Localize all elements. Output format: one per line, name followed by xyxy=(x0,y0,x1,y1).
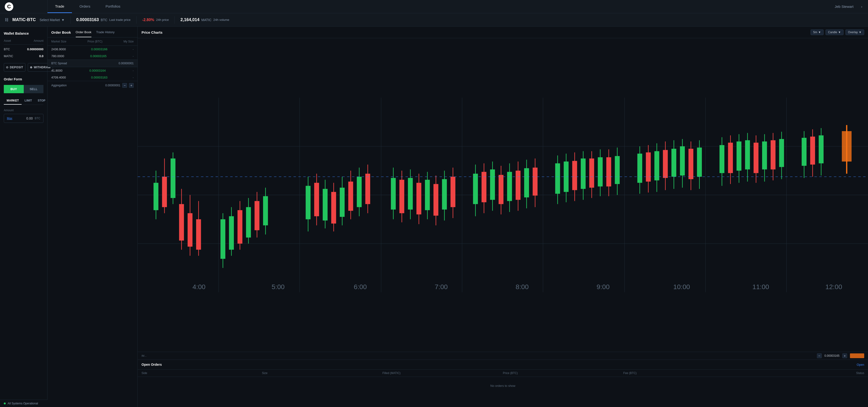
price-change-label: 24h price xyxy=(156,18,169,22)
svg-rect-121 xyxy=(688,149,693,179)
amount-input[interactable]: Max 0.00 BTC xyxy=(4,114,43,123)
overlay-increase-btn[interactable]: + xyxy=(842,353,847,358)
tab-order-book[interactable]: Order Book xyxy=(76,30,91,37)
order-type-market[interactable]: MARKET xyxy=(4,97,22,105)
svg-rect-65 xyxy=(408,178,413,209)
svg-rect-35 xyxy=(229,216,234,250)
volume-info: 2,164,014 MATIC 24h volume xyxy=(180,17,229,22)
sell-button[interactable]: SELL xyxy=(24,85,44,93)
overlay-select[interactable]: Overlay ▼ xyxy=(845,29,864,35)
ob-col-mysize: My Size xyxy=(123,40,134,43)
svg-rect-107 xyxy=(615,156,620,184)
logo-area: C xyxy=(0,0,48,13)
order-type-stop[interactable]: STOP xyxy=(35,97,48,105)
withdraw-icon: ⊕ xyxy=(30,66,33,69)
aggregation-controls: 0.00000001 − + xyxy=(105,83,134,88)
nav-chevron-icon[interactable]: › xyxy=(861,4,862,8)
asset-btc-amount: 0.00000000 xyxy=(27,47,43,51)
asset-header: Asset Amount xyxy=(4,39,43,44)
orders-col-filled: Filled (MATIC) xyxy=(382,371,503,375)
aggregation-decrease-btn[interactable]: − xyxy=(122,83,127,88)
timeframe-chevron-icon: ▼ xyxy=(818,31,821,34)
asset-matic-name: MATIC xyxy=(4,54,13,58)
asset-row-matic: MATIC 0.0 xyxy=(4,54,43,58)
svg-rect-123 xyxy=(697,147,702,177)
svg-rect-139 xyxy=(779,139,784,167)
last-trade-label: Last trade price xyxy=(109,18,131,22)
ob-buy-price-0: 0.00003164 xyxy=(89,69,106,72)
price-chart-area: 4:00 5:00 6:00 7:00 8:00 9:00 10:00 11:0… xyxy=(138,38,868,352)
ob-buy-row-1[interactable]: 4709.4000 0.00003163 - xyxy=(48,74,137,81)
deposit-button[interactable]: ⊙ DEPOSIT xyxy=(4,63,25,72)
nav-right: Jeb Stewart › xyxy=(829,0,868,13)
chart-type-select[interactable]: Candle ▼ xyxy=(826,29,843,35)
nav-tab-portfolios[interactable]: Portfolios xyxy=(98,0,128,13)
svg-rect-73 xyxy=(442,179,447,209)
market-pair: MATIC-BTC xyxy=(12,17,36,22)
chart-title: Price Charts xyxy=(142,30,162,34)
svg-rect-77 xyxy=(473,174,478,204)
svg-text:8:00: 8:00 xyxy=(516,283,529,291)
ob-buy-price-1: 0.00003163 xyxy=(91,76,107,79)
ob-sell-price-0: 0.00003166 xyxy=(91,47,107,51)
order-form-title: Order Form xyxy=(4,77,43,81)
svg-rect-127 xyxy=(728,143,733,173)
svg-rect-85 xyxy=(507,172,512,201)
timeframe-select[interactable]: 5m ▼ xyxy=(810,29,824,35)
svg-text:7:00: 7:00 xyxy=(435,283,448,291)
asset-col-header: Asset xyxy=(4,39,11,42)
asset-row-btc: BTC 0.00000000 xyxy=(4,47,43,51)
ob-buy-size-0: 41.8000 xyxy=(51,69,62,72)
svg-rect-57 xyxy=(357,177,362,207)
svg-rect-71 xyxy=(434,184,438,215)
divider3 xyxy=(175,16,175,24)
chart-header: Price Charts 5m ▼ Candle ▼ Overlay ▼ xyxy=(138,27,868,38)
svg-rect-43 xyxy=(263,196,268,225)
ob-sell-mysize-0: - xyxy=(133,47,134,51)
amount-max-link[interactable]: Max xyxy=(7,117,12,120)
ob-buy-mysize-1: - xyxy=(133,76,134,79)
svg-rect-33 xyxy=(221,219,225,259)
nav-user[interactable]: Jeb Stewart xyxy=(835,4,854,8)
svg-text:11:00: 11:00 xyxy=(752,283,769,291)
svg-rect-105 xyxy=(607,157,611,186)
volume-currency: MATIC xyxy=(201,18,212,22)
order-book-title: Order Book xyxy=(51,30,71,37)
svg-rect-111 xyxy=(646,152,651,182)
no-orders-message: No orders to show xyxy=(138,377,868,395)
svg-rect-51 xyxy=(331,192,336,224)
svg-rect-143 xyxy=(810,137,815,165)
buy-button[interactable]: BUY xyxy=(4,85,24,93)
svg-rect-91 xyxy=(533,168,538,196)
nav-tab-orders[interactable]: Orders xyxy=(72,0,98,13)
svg-text:6:00: 6:00 xyxy=(354,283,367,291)
logo-icon[interactable]: C xyxy=(5,2,13,11)
aggregation-increase-btn[interactable]: + xyxy=(129,83,134,88)
link-icon: ⛓ xyxy=(5,18,8,22)
ob-sell-row-1[interactable]: 780.0000 0.00003165 - xyxy=(48,53,137,60)
amount-label: Amount xyxy=(4,109,43,112)
svg-rect-93 xyxy=(555,163,560,194)
status-text: All Systems Operational xyxy=(8,402,38,405)
svg-rect-133 xyxy=(753,143,758,173)
select-market-button[interactable]: Select Market ▼ xyxy=(40,18,65,22)
aggregation-value: 0.00000001 xyxy=(105,84,120,87)
timeframe-value: 5m xyxy=(813,31,817,34)
nav-tab-trade[interactable]: Trade xyxy=(48,0,72,13)
right-panel: Price Charts 5m ▼ Candle ▼ Overlay ▼ xyxy=(138,27,868,407)
top-nav: C Trade Orders Portfolios Jeb Stewart › xyxy=(0,0,868,13)
open-orders-link[interactable]: Open xyxy=(857,363,864,367)
ob-sell-size-1: 780.0000 xyxy=(51,54,64,58)
order-type-limit[interactable]: LIMIT xyxy=(22,97,35,105)
svg-rect-67 xyxy=(416,183,422,214)
svg-rect-53 xyxy=(340,188,345,217)
ob-sell-mysize-1: - xyxy=(133,54,134,58)
svg-rect-47 xyxy=(314,183,319,216)
ob-buy-row-0[interactable]: 41.8000 0.00003164 - xyxy=(48,67,137,74)
tab-trade-history[interactable]: Trade History xyxy=(96,30,115,37)
svg-rect-25 xyxy=(170,159,176,198)
ob-sell-row-0[interactable]: 2436.9000 0.00003166 - xyxy=(48,46,137,53)
overlay-decrease-btn[interactable]: − xyxy=(817,353,822,358)
svg-rect-141 xyxy=(802,138,807,166)
orderbook-col-headers: Market Size Price (BTC) My Size xyxy=(48,37,137,46)
